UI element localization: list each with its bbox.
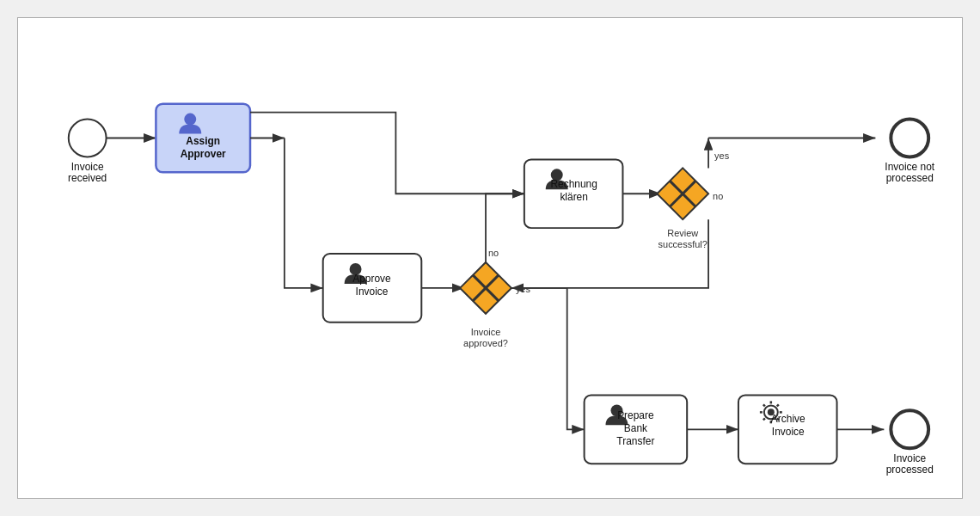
end-processed-label2: processed bbox=[886, 464, 934, 476]
assign-approver-icon bbox=[184, 114, 196, 126]
review-no-label: no bbox=[713, 191, 723, 201]
gateway-approved-label: Invoice bbox=[471, 327, 501, 337]
end-not-processed bbox=[891, 120, 928, 157]
gateway-approved-label2: approved? bbox=[463, 338, 508, 348]
assign-approver-label2: Approver bbox=[181, 148, 226, 160]
approve-invoice-label2: Invoice bbox=[356, 286, 389, 298]
approve-invoice-label: Approve bbox=[352, 273, 391, 285]
bpmn-diagram: Invoice received Assign Approver Approve… bbox=[17, 17, 963, 499]
gateway-approved-yes-label: yes bbox=[516, 284, 531, 294]
gear-tooth8 bbox=[763, 418, 765, 420]
review-yes-label: yes bbox=[714, 150, 730, 161]
rechnung-label2: klären bbox=[560, 191, 588, 203]
prepare-bank-label: Prepare bbox=[617, 409, 654, 421]
gateway-review-label2: successful? bbox=[658, 239, 707, 249]
archive-invoice-label2: Invoice bbox=[772, 426, 805, 438]
end-processed bbox=[891, 410, 928, 448]
end-processed-label: Invoice bbox=[893, 452, 926, 464]
archive-invoice-label: Archive bbox=[771, 413, 805, 425]
prepare-bank-label3: Transfer bbox=[616, 435, 654, 447]
rechnung-label: Rechnung bbox=[550, 178, 597, 190]
end-not-processed-label: Invoice not bbox=[885, 161, 934, 173]
arrow-yes-bank bbox=[511, 288, 585, 429]
gateway-approved-no-label: no bbox=[488, 248, 499, 258]
gear-tooth5 bbox=[763, 404, 765, 406]
gateway-review-label: Review bbox=[667, 228, 698, 238]
arrow-to-approve bbox=[285, 138, 323, 288]
end-not-processed-label2: processed bbox=[886, 172, 934, 184]
prepare-bank-label2: Bank bbox=[624, 422, 647, 434]
assign-approver-label: Assign bbox=[186, 135, 220, 147]
start-event bbox=[69, 120, 107, 157]
start-event-label: Invoice bbox=[71, 161, 104, 173]
start-event-label2: received bbox=[68, 172, 107, 184]
arrow-assign-rechnung bbox=[250, 113, 524, 194]
gear-tooth7 bbox=[777, 404, 779, 406]
